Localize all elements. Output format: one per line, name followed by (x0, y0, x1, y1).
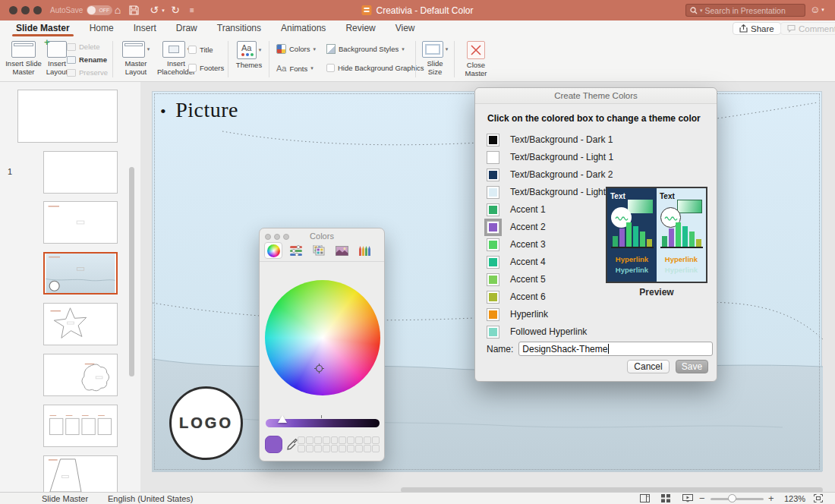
statusbar-language[interactable]: English (United States) (108, 493, 194, 504)
tab-slide-master[interactable]: Slide Master (6, 20, 80, 36)
hide-background-graphics-checkbox[interactable]: Hide Background Graphics (326, 64, 424, 72)
theme-color-swatch[interactable] (487, 186, 499, 199)
tab-draw[interactable]: Draw (166, 20, 207, 36)
theme-color-swatch[interactable] (487, 238, 499, 251)
tab-insert[interactable]: Insert (124, 20, 166, 36)
theme-color-swatch[interactable] (487, 291, 499, 304)
thumbnail-layout-4[interactable] (43, 303, 118, 345)
fonts-menu-button[interactable]: Aa Fonts ▾ (276, 64, 314, 73)
search-scope-chevron-icon[interactable]: ▾ (700, 8, 703, 14)
feedback-menu[interactable]: ☺ ▾ (810, 4, 824, 15)
color-wheel[interactable] (265, 280, 380, 395)
save-icon[interactable] (129, 5, 143, 15)
master-layout-button[interactable]: ▾ Master Layout (117, 41, 155, 77)
footers-checkbox[interactable]: Footers (188, 64, 224, 72)
theme-color-swatch-selected[interactable] (487, 221, 499, 234)
theme-color-swatch[interactable] (487, 151, 499, 164)
theme-color-swatch[interactable] (487, 203, 499, 216)
insert-slide-master-button[interactable]: Insert Slide Master (5, 41, 43, 77)
create-theme-colors-dialog[interactable]: Create Theme Colors Click on the colored… (474, 87, 717, 382)
fit-to-window-icon[interactable] (814, 494, 823, 502)
save-button[interactable]: Save (676, 360, 708, 373)
tab-home[interactable]: Home (80, 20, 124, 36)
comments-button[interactable]: Comments (780, 22, 835, 35)
cancel-button[interactable]: Cancel (627, 360, 670, 373)
thumbnail-layout-3-selected[interactable] (43, 252, 118, 295)
color-sliders-tab[interactable] (287, 242, 305, 259)
autosave-switch[interactable]: OFF (87, 5, 112, 15)
tab-animations[interactable]: Animations (271, 20, 336, 36)
thumbnail-master[interactable] (17, 90, 118, 143)
title-checkbox[interactable]: Title (188, 46, 213, 54)
redo-icon[interactable]: ↻ (169, 0, 182, 20)
sidebar-scrollbar[interactable] (129, 167, 134, 376)
theme-color-swatch[interactable] (487, 308, 499, 321)
zoom-level[interactable]: 123% (784, 493, 805, 504)
background-styles-button[interactable]: Background Styles ▾ (326, 44, 405, 54)
color-palettes-tab[interactable] (310, 242, 328, 259)
footers-checkbox-icon[interactable] (188, 64, 197, 72)
statusbar-view-label: Slide Master (42, 493, 88, 504)
thumbnail-layout-6[interactable] (43, 405, 118, 447)
window-minimize-icon[interactable] (21, 6, 30, 14)
preview-light-panel: Text Hyperlink Hyperlink (657, 188, 706, 282)
theme-color-swatch[interactable] (487, 169, 499, 181)
normal-view-icon[interactable] (640, 494, 650, 502)
eyedropper-icon[interactable] (287, 438, 298, 450)
delete-button[interactable]: Delete (67, 43, 99, 51)
bullet-glyph: • (160, 102, 166, 121)
thumbnail-layout-7[interactable] (43, 455, 118, 492)
theme-color-swatch[interactable] (487, 134, 499, 146)
logo-shape[interactable]: LOGO (169, 386, 243, 460)
undo-chevron-icon[interactable]: ▾ (159, 0, 167, 20)
tab-review[interactable]: Review (336, 20, 385, 36)
slide-sorter-view-icon[interactable] (661, 494, 670, 502)
theme-color-row: Accent 4 (487, 254, 546, 270)
theme-color-row: Hyperlink (487, 306, 548, 323)
thumbnail-layout-1[interactable] (43, 151, 118, 194)
zoom-in-icon[interactable]: + (768, 493, 774, 504)
window-zoom-icon[interactable] (33, 6, 42, 14)
zoom-out-icon[interactable]: − (699, 493, 705, 504)
color-wheel-tab[interactable] (264, 242, 282, 259)
theme-name-input[interactable]: DesignShack-Theme (518, 342, 713, 356)
image-palettes-tab[interactable] (332, 242, 351, 259)
autosave-toggle[interactable]: AutoSave OFF (50, 5, 112, 16)
thumbnail-layout-5[interactable] (43, 354, 118, 396)
share-button[interactable]: Share (733, 22, 781, 35)
statusbar: Slide Master English (United States) − +… (0, 492, 835, 504)
slider-tick (321, 415, 322, 418)
colors-picker-window[interactable]: Colors (259, 228, 385, 461)
pencils-tab[interactable] (355, 242, 373, 259)
tab-transitions[interactable]: Transitions (207, 20, 271, 36)
close-master-button[interactable]: Close Master (458, 41, 493, 78)
home-icon[interactable]: ⌂ (111, 0, 124, 20)
preview-dark-panel: Text Hyperlink Hyperlink (607, 188, 657, 282)
window-close-icon[interactable] (9, 6, 17, 14)
theme-color-swatch[interactable] (487, 326, 499, 339)
title-checkbox-icon[interactable] (188, 46, 197, 54)
search-input[interactable]: ▾ Search in Presentation (685, 4, 805, 17)
slide-number: 1 (8, 167, 12, 176)
current-color-swatch[interactable] (265, 436, 282, 453)
brightness-slider-thumb[interactable] (278, 415, 287, 423)
zoom-slider-knob[interactable] (728, 494, 736, 502)
theme-color-swatch[interactable] (487, 273, 499, 286)
themes-button[interactable]: Aa ▾ Themes (232, 41, 266, 70)
color-wheel-crosshair[interactable] (314, 364, 324, 373)
slide-thumbnail-pane: 1 (0, 82, 140, 492)
slide-title-placeholder[interactable]: • Picture (160, 98, 238, 122)
zoom-slider[interactable] (711, 498, 764, 500)
slide-size-button[interactable]: ▾ Slide Size (419, 41, 451, 77)
saved-swatches-grid[interactable] (298, 436, 380, 452)
theme-color-row: Accent 6 (487, 288, 546, 305)
rename-button[interactable]: Rename (67, 55, 107, 64)
thumbnail-layout-2[interactable] (43, 201, 118, 244)
tab-view[interactable]: View (386, 20, 425, 36)
slideshow-view-icon[interactable] (682, 494, 693, 502)
toolbar-menu-icon[interactable]: ≡ (187, 0, 197, 20)
colors-menu-button[interactable]: Colors ▾ (276, 44, 316, 54)
preserve-button[interactable]: Preserve (67, 68, 108, 77)
hide-background-graphics-checkbox-icon[interactable] (326, 64, 335, 72)
theme-color-swatch[interactable] (487, 256, 499, 269)
